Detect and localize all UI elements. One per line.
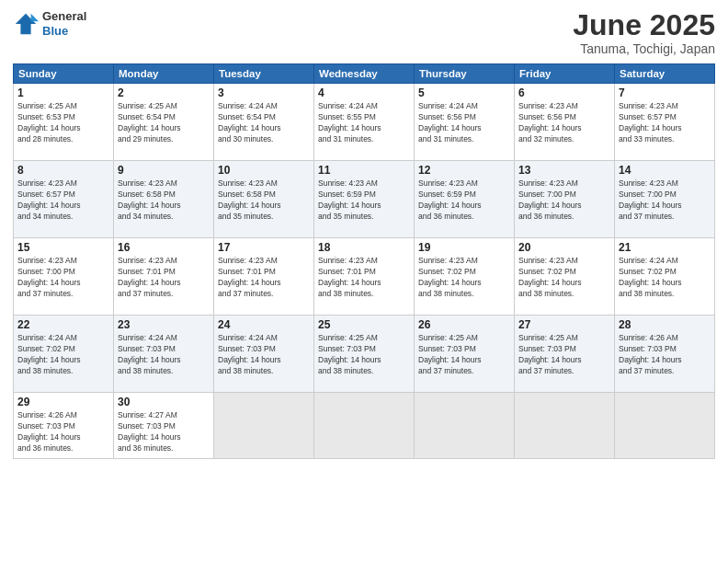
week-row-1: 1 Sunrise: 4:25 AM Sunset: 6:53 PM Dayli… (14, 84, 715, 161)
calendar-page: General Blue June 2025 Tanuma, Tochigi, … (0, 0, 728, 563)
empty-cell-4 (515, 393, 615, 459)
day-18: 18 Sunrise: 4:23 AM Sunset: 7:01 PM Dayl… (314, 238, 415, 316)
day-7: 7 Sunrise: 4:23 AM Sunset: 6:57 PM Dayli… (615, 84, 715, 161)
day-21: 21 Sunrise: 4:24 AM Sunset: 7:02 PM Dayl… (615, 238, 715, 316)
week-row-5: 29 Sunrise: 4:26 AM Sunset: 7:03 PM Dayl… (14, 393, 715, 459)
logo: General Blue (13, 9, 86, 38)
day-17: 17 Sunrise: 4:23 AM Sunset: 7:01 PM Dayl… (214, 238, 314, 316)
header-friday: Friday (515, 64, 615, 84)
day-5: 5 Sunrise: 4:24 AM Sunset: 6:56 PM Dayli… (415, 84, 515, 161)
logo-icon (13, 11, 39, 37)
empty-cell-1 (214, 393, 314, 459)
header-thursday: Thursday (415, 64, 515, 84)
day-6: 6 Sunrise: 4:23 AM Sunset: 6:56 PM Dayli… (515, 84, 615, 161)
header-saturday: Saturday (615, 64, 715, 84)
header-sunday: Sunday (14, 64, 114, 84)
empty-cell-3 (415, 393, 515, 459)
day-13: 13 Sunrise: 4:23 AM Sunset: 7:00 PM Dayl… (515, 161, 615, 238)
empty-cell-5 (615, 393, 715, 459)
day-16: 16 Sunrise: 4:23 AM Sunset: 7:01 PM Dayl… (114, 238, 214, 316)
week-row-3: 15 Sunrise: 4:23 AM Sunset: 7:00 PM Dayl… (14, 238, 715, 316)
calendar-table: Sunday Monday Tuesday Wednesday Thursday… (13, 63, 715, 459)
header-wednesday: Wednesday (314, 64, 415, 84)
day-20: 20 Sunrise: 4:23 AM Sunset: 7:02 PM Dayl… (515, 238, 615, 316)
month-title: June 2025 (573, 9, 715, 41)
logo-blue: Blue (42, 24, 86, 39)
location: Tanuma, Tochigi, Japan (573, 41, 715, 56)
day-12: 12 Sunrise: 4:23 AM Sunset: 6:59 PM Dayl… (415, 161, 515, 238)
day-28: 28 Sunrise: 4:26 AM Sunset: 7:03 PM Dayl… (615, 316, 715, 393)
day-19: 19 Sunrise: 4:23 AM Sunset: 7:02 PM Dayl… (415, 238, 515, 316)
day-2: 2 Sunrise: 4:25 AM Sunset: 6:54 PM Dayli… (114, 84, 214, 161)
day-9: 9 Sunrise: 4:23 AM Sunset: 6:58 PM Dayli… (114, 161, 214, 238)
day-30: 30 Sunrise: 4:27 AM Sunset: 7:03 PM Dayl… (114, 393, 214, 459)
header-monday: Monday (114, 64, 214, 84)
day-24: 24 Sunrise: 4:24 AM Sunset: 7:03 PM Dayl… (214, 316, 314, 393)
logo-general: General (42, 9, 86, 24)
day-25: 25 Sunrise: 4:25 AM Sunset: 7:03 PM Dayl… (314, 316, 415, 393)
day-29: 29 Sunrise: 4:26 AM Sunset: 7:03 PM Dayl… (14, 393, 114, 459)
day-26: 26 Sunrise: 4:25 AM Sunset: 7:03 PM Dayl… (415, 316, 515, 393)
logo-text: General Blue (42, 9, 86, 38)
day-22: 22 Sunrise: 4:24 AM Sunset: 7:02 PM Dayl… (14, 316, 114, 393)
header-tuesday: Tuesday (214, 64, 314, 84)
day-14: 14 Sunrise: 4:23 AM Sunset: 7:00 PM Dayl… (615, 161, 715, 238)
day-23: 23 Sunrise: 4:24 AM Sunset: 7:03 PM Dayl… (114, 316, 214, 393)
day-27: 27 Sunrise: 4:25 AM Sunset: 7:03 PM Dayl… (515, 316, 615, 393)
day-10: 10 Sunrise: 4:23 AM Sunset: 6:58 PM Dayl… (214, 161, 314, 238)
calendar-header-row: Sunday Monday Tuesday Wednesday Thursday… (14, 64, 715, 84)
week-row-4: 22 Sunrise: 4:24 AM Sunset: 7:02 PM Dayl… (14, 316, 715, 393)
day-15: 15 Sunrise: 4:23 AM Sunset: 7:00 PM Dayl… (14, 238, 114, 316)
page-header: General Blue June 2025 Tanuma, Tochigi, … (13, 9, 715, 56)
svg-marker-1 (31, 13, 39, 20)
empty-cell-2 (314, 393, 415, 459)
day-11: 11 Sunrise: 4:23 AM Sunset: 6:59 PM Dayl… (314, 161, 415, 238)
week-row-2: 8 Sunrise: 4:23 AM Sunset: 6:57 PM Dayli… (14, 161, 715, 238)
day-3: 3 Sunrise: 4:24 AM Sunset: 6:54 PM Dayli… (214, 84, 314, 161)
day-4: 4 Sunrise: 4:24 AM Sunset: 6:55 PM Dayli… (314, 84, 415, 161)
day-1: 1 Sunrise: 4:25 AM Sunset: 6:53 PM Dayli… (14, 84, 114, 161)
title-area: June 2025 Tanuma, Tochigi, Japan (573, 9, 715, 56)
day-8: 8 Sunrise: 4:23 AM Sunset: 6:57 PM Dayli… (14, 161, 114, 238)
